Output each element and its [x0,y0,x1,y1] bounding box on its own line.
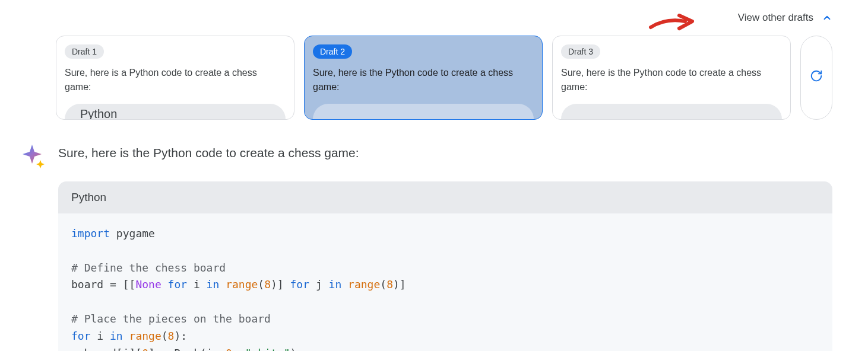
view-other-drafts-toggle[interactable]: View other drafts [738,12,832,24]
draft-badge: Draft 3 [561,44,600,59]
chevron-up-icon [822,12,832,23]
regenerate-button[interactable] [800,36,832,120]
view-other-drafts-label: View other drafts [738,12,813,24]
code-language-label: Python [58,181,832,213]
draft-preview-text: Sure, here is the Python code to create … [313,66,534,94]
drafts-row: Draft 1 Sure, here is a Python code to c… [19,36,849,120]
draft-card-1[interactable]: Draft 1 Sure, here is a Python code to c… [56,36,294,120]
code-block: Python import pygame # Define the chess … [58,181,832,351]
draft-badge: Draft 2 [313,44,352,59]
annotation-arrow [648,9,697,34]
draft-code-lang-pill: Python [561,104,782,120]
draft-card-2[interactable]: Draft 2 Sure, here is the Python code to… [304,36,543,120]
sparkle-icon [21,143,46,168]
draft-preview-text: Sure, here is the Python code to create … [561,66,782,94]
draft-card-3[interactable]: Draft 3 Sure, here is the Python code to… [552,36,791,120]
draft-code-lang-pill: Python [65,104,286,120]
refresh-icon [810,69,823,86]
response-intro-text: Sure, here is the Python code to create … [58,146,832,160]
draft-badge: Draft 1 [65,44,104,59]
code-content: import pygame # Define the chess boardbo… [58,213,832,351]
draft-code-lang-pill: Python [313,104,534,120]
draft-preview-text: Sure, here is a Python code to create a … [65,66,286,94]
